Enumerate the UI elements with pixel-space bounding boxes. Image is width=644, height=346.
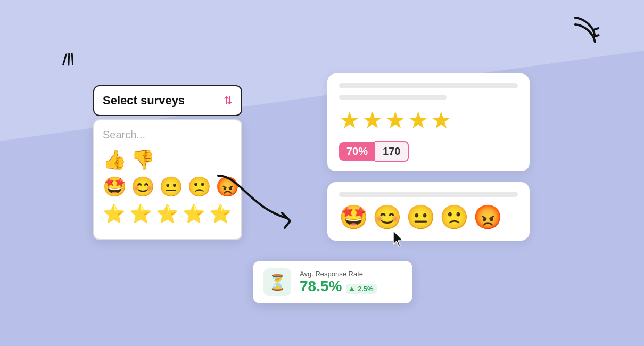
big-star-5: ★	[431, 106, 451, 134]
background: Select surveys ⇅ Search... 👍 👎 🤩 😊 😐 🙁 😡	[0, 0, 644, 346]
change-value: 2.5%	[358, 285, 374, 293]
star-2: ⭐	[129, 203, 152, 224]
card-line-full	[339, 83, 518, 88]
select-surveys-label: Select surveys	[103, 94, 185, 108]
stats-icon: ⏳	[263, 268, 291, 296]
star-3: ⭐	[156, 203, 178, 224]
right-area: ★ ★ ★ ★ ★ 70% 170 🤩 😊 😐 🙁	[327, 73, 530, 241]
emoji-rating-row: 🤩 😊 😐 🙁 😡	[339, 203, 518, 231]
stats-row: 70% 170	[339, 141, 518, 162]
stars-rating-card: ★ ★ ★ ★ ★ 70% 170	[327, 73, 530, 171]
connecting-arrow	[208, 165, 314, 231]
stats-value-row: 78.5% 2.5%	[300, 278, 377, 295]
big-star-2: ★	[362, 106, 383, 134]
big-star-3: ★	[385, 106, 406, 134]
emoji-star-eyes: 🤩	[339, 203, 368, 231]
star-rating-row: ★ ★ ★ ★ ★	[339, 106, 518, 134]
stats-value: 78.5%	[300, 278, 342, 295]
hourglass-icon: ⏳	[268, 274, 287, 291]
stats-info: Avg. Response Rate 78.5% 2.5%	[300, 270, 377, 295]
emoji-frown: 🙁	[440, 203, 469, 231]
thumbs-up-icon: 👍	[103, 149, 127, 171]
stats-label: Avg. Response Rate	[300, 270, 377, 278]
emoji-neutral: 😐	[406, 203, 435, 231]
face-neutral: 😐	[159, 177, 183, 196]
big-star-4: ★	[408, 106, 428, 134]
emoji-angry: 😡	[473, 203, 502, 231]
trend-up-icon	[349, 287, 354, 291]
star-4: ⭐	[183, 203, 205, 224]
count-badge: 170	[375, 141, 409, 162]
percent-badge: 70%	[339, 142, 375, 161]
cursor-icon	[391, 229, 406, 251]
select-surveys-dropdown[interactable]: Select surveys ⇅	[93, 85, 242, 116]
big-star-1: ★	[339, 106, 360, 134]
card-line-2	[339, 192, 518, 197]
star-1: ⭐	[103, 203, 125, 224]
face-smile: 😊	[131, 177, 155, 196]
face-star-eyes: 🤩	[103, 177, 127, 196]
search-field[interactable]: Search...	[103, 129, 233, 141]
card-line-short	[339, 95, 447, 100]
avg-response-rate-card: ⏳ Avg. Response Rate 78.5% 2.5%	[253, 261, 412, 303]
thumbs-down-icon: 👎	[131, 149, 155, 171]
emoji-rating-card: 🤩 😊 😐 🙁 😡	[327, 182, 530, 241]
emoji-smile: 😊	[373, 203, 402, 231]
dropdown-chevron-icon: ⇅	[224, 94, 233, 107]
stats-change: 2.5%	[346, 284, 376, 294]
